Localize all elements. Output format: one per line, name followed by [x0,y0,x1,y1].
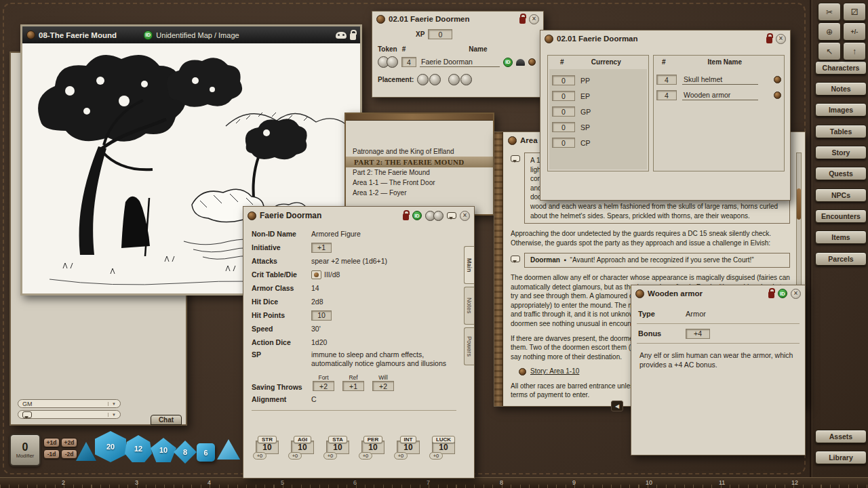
minus-2d-button[interactable]: -2d [61,449,77,459]
die-d8[interactable]: 8 [174,441,197,464]
die-d20[interactable]: 20 [95,431,126,462]
sidebar-item-images[interactable]: Images [815,103,867,117]
die-d12[interactable]: 12 [125,435,152,462]
speech-bubble-icon[interactable] [447,212,456,219]
die-d4-percentile[interactable] [217,439,240,460]
item-window-titlebar[interactable]: Wooden armor ID × [631,285,805,302]
player-view-icon[interactable] [336,32,347,39]
field-value[interactable]: spear +2 melee (1d6+1) [311,257,387,265]
sidebar-item-library[interactable]: Library [815,451,867,464]
field-value[interactable]: 1d20 [311,338,327,346]
record-orb-icon[interactable] [528,58,536,66]
modifier-box[interactable]: 0 Modifier [9,434,41,466]
npc-window-titlebar[interactable]: Faerie Doorman ID × [243,207,474,224]
record-orb-icon[interactable] [774,76,781,83]
pin-icon[interactable] [403,214,409,220]
sidebar-item-characters[interactable]: Characters [815,61,867,75]
currency-qty[interactable]: 0 [552,75,575,85]
initiative-value[interactable]: +1 [311,243,332,253]
chat-tab[interactable]: Chat [151,415,182,425]
npc-count-value[interactable]: 4 [401,57,416,67]
identify-icon[interactable]: ID [503,58,513,67]
placement-token[interactable] [429,74,441,85]
alignment-value[interactable]: C [311,395,317,403]
cut-tool-button[interactable]: ✂ [818,3,841,21]
close-icon[interactable]: × [460,211,470,221]
plus-1d-button[interactable]: +1d [43,438,60,447]
currency-qty[interactable]: 0 [552,138,575,148]
story-nav-item[interactable]: Area 1-1 — The Front Door [346,178,493,188]
close-icon[interactable]: × [529,14,539,24]
field-value[interactable]: 14 [311,284,319,292]
pin-icon[interactable] [766,37,772,43]
identify-icon[interactable]: ID [412,211,422,220]
sidebar-item-assets[interactable]: Assets [815,430,867,443]
die-d10[interactable]: 10 [151,438,176,462]
hit-points-value[interactable]: 10 [311,310,332,321]
pin-icon[interactable] [768,291,774,298]
identify-icon[interactable]: ID [778,289,787,298]
sidebar-item-tables[interactable]: Tables [815,125,867,138]
back-button[interactable]: ◀ [611,401,623,411]
close-icon[interactable]: × [791,289,801,299]
ability-mod[interactable]: +0 [359,452,372,460]
xp-value[interactable]: 0 [428,29,452,39]
item-name-link[interactable]: Wooden armor [682,91,758,100]
npc-name-link[interactable]: Faerie Doorman [420,58,500,67]
ability-mod[interactable]: +0 [253,452,267,460]
npc-token[interactable] [387,56,398,68]
radial-menu-button[interactable]: ⊕ [818,22,841,41]
window-orb-icon[interactable] [545,35,553,43]
save-value[interactable]: +2 [372,381,394,391]
ability-mod[interactable]: +0 [323,452,337,460]
tab-main[interactable]: Main [464,246,474,284]
currency-qty[interactable]: 0 [552,122,575,132]
field-value[interactable]: 2d8 [311,298,323,306]
map-window-titlebar[interactable]: 08-The Faerie Mound ID Unidentified Map … [22,26,360,43]
currency-qty[interactable]: 0 [552,91,575,101]
parcel-window-titlebar[interactable]: 02.01 Faerie Doorman × [540,30,790,47]
placement-token[interactable] [448,74,460,85]
window-orb-icon[interactable] [248,211,256,220]
item-qty[interactable]: 4 [656,90,677,100]
save-value[interactable]: +1 [342,381,364,391]
field-value[interactable]: Armored Figure [311,230,361,238]
speech-bubble-icon[interactable] [511,256,520,262]
die-d4[interactable] [76,442,96,461]
item-qty[interactable]: 4 [656,75,677,85]
tab-notes[interactable]: Notes [464,287,474,325]
story-nav-item-selected[interactable]: PART 2: THE FAERIE MOUND [346,157,493,167]
die-icon[interactable] [311,270,321,279]
chat-mode-dropdown[interactable]: ▼ [18,410,121,419]
placement-token[interactable] [460,74,472,85]
npc-token[interactable] [433,211,443,221]
pin-icon[interactable] [519,17,526,24]
currency-qty[interactable]: 0 [552,106,575,117]
sidebar-item-items[interactable]: Items [815,230,867,244]
lock-icon[interactable] [350,33,356,40]
item-name-link[interactable]: Skull helmet [682,75,758,85]
ability-mod[interactable]: +0 [288,452,302,460]
field-value[interactable]: III/d8 [324,270,340,279]
save-value[interactable]: +2 [313,381,334,391]
field-value[interactable]: 30' [311,325,321,333]
sidebar-item-quests[interactable]: Quests [815,167,867,180]
special-value[interactable]: immune to sleep and charm effects, autom… [311,350,456,368]
story-nav-item[interactable]: Part 2: The Faerie Mound [346,167,493,178]
window-orb-icon[interactable] [26,30,35,39]
story-nav-item[interactable]: Patronage and the King of Elfland [346,146,493,157]
window-orb-icon[interactable] [508,136,517,145]
bonus-value[interactable]: +4 [686,329,710,339]
sidebar-item-npcs[interactable]: NPCs [815,188,867,202]
sidebar-item-story[interactable]: Story [815,146,867,159]
identify-icon[interactable]: ID [143,30,153,40]
placement-token[interactable] [417,74,429,85]
scrollbar-thumb[interactable] [797,188,801,220]
pointer-tool-button[interactable]: ↖ [818,42,841,60]
window-orb-icon[interactable] [635,289,644,298]
sidebar-item-encounters[interactable]: Encounters [815,209,867,223]
tab-powers[interactable]: Powers [464,327,474,365]
close-icon[interactable]: × [776,34,786,44]
helmet-icon[interactable] [516,59,525,66]
collapse-ui-button[interactable]: ↑ [843,42,866,60]
